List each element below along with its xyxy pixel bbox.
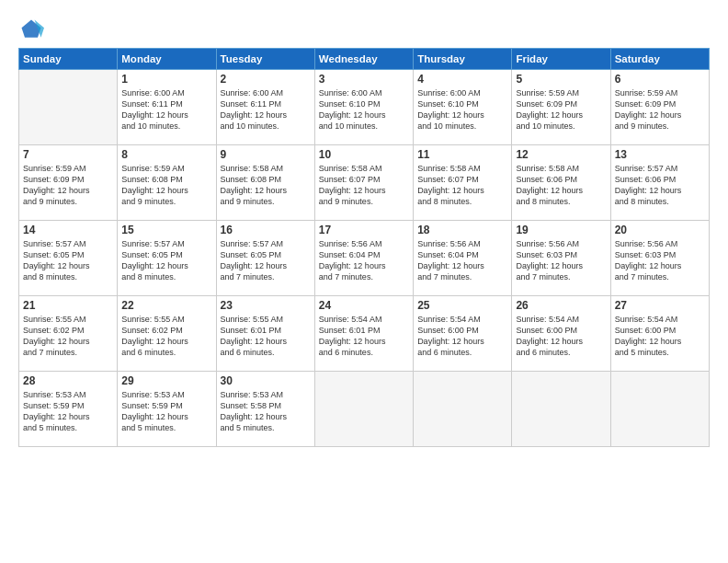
- cell-info: Sunrise: 5:57 AMSunset: 6:05 PMDaylight:…: [121, 238, 211, 283]
- cell-info: Sunrise: 5:59 AMSunset: 6:09 PMDaylight:…: [516, 87, 606, 132]
- cell-info: Sunrise: 6:00 AMSunset: 6:11 PMDaylight:…: [221, 87, 311, 132]
- day-number: 13: [615, 148, 705, 161]
- calendar-cell: 9Sunrise: 5:58 AMSunset: 6:08 PMDaylight…: [216, 145, 314, 221]
- calendar-cell: 24Sunrise: 5:54 AMSunset: 6:01 PMDayligh…: [314, 296, 413, 372]
- cell-info: Sunrise: 5:59 AMSunset: 6:09 PMDaylight:…: [23, 163, 113, 208]
- calendar-cell: 20Sunrise: 5:56 AMSunset: 6:03 PMDayligh…: [610, 221, 709, 296]
- cell-info: Sunrise: 5:56 AMSunset: 6:04 PMDaylight:…: [319, 238, 409, 283]
- cell-info: Sunrise: 5:55 AMSunset: 6:02 PMDaylight:…: [23, 314, 113, 359]
- day-number: 3: [319, 73, 409, 86]
- calendar-cell: [19, 70, 118, 145]
- day-number: 28: [23, 374, 113, 387]
- day-number: 26: [516, 299, 606, 312]
- day-number: 23: [221, 299, 311, 312]
- cell-info: Sunrise: 5:58 AMSunset: 6:07 PMDaylight:…: [417, 163, 507, 208]
- day-header-saturday: Saturday: [610, 49, 709, 70]
- cell-info: Sunrise: 5:56 AMSunset: 6:03 PMDaylight:…: [516, 238, 606, 283]
- cell-info: Sunrise: 5:54 AMSunset: 6:00 PMDaylight:…: [417, 314, 507, 359]
- day-number: 2: [221, 73, 311, 86]
- cell-info: Sunrise: 5:56 AMSunset: 6:04 PMDaylight:…: [417, 238, 507, 283]
- calendar-cell: 8Sunrise: 5:59 AMSunset: 6:08 PMDaylight…: [118, 145, 216, 221]
- day-header-friday: Friday: [512, 49, 610, 70]
- day-number: 8: [121, 148, 211, 161]
- day-number: 10: [319, 148, 409, 161]
- cell-info: Sunrise: 6:00 AMSunset: 6:10 PMDaylight:…: [417, 87, 507, 132]
- calendar-table: SundayMondayTuesdayWednesdayThursdayFrid…: [18, 48, 710, 447]
- cell-info: Sunrise: 5:55 AMSunset: 6:02 PMDaylight:…: [121, 314, 211, 359]
- day-header-sunday: Sunday: [19, 49, 118, 70]
- page: SundayMondayTuesdayWednesdayThursdayFrid…: [0, 0, 728, 563]
- day-number: 7: [23, 148, 113, 161]
- calendar-cell: 10Sunrise: 5:58 AMSunset: 6:07 PMDayligh…: [314, 145, 413, 221]
- cell-info: Sunrise: 5:53 AMSunset: 5:58 PMDaylight:…: [221, 389, 311, 434]
- calendar-week-row: 14Sunrise: 5:57 AMSunset: 6:05 PMDayligh…: [19, 221, 710, 296]
- day-number: 21: [23, 299, 113, 312]
- calendar-cell: 16Sunrise: 5:57 AMSunset: 6:05 PMDayligh…: [216, 221, 314, 296]
- day-number: 19: [516, 224, 606, 236]
- calendar-cell: 12Sunrise: 5:58 AMSunset: 6:06 PMDayligh…: [512, 145, 610, 221]
- day-number: 9: [221, 148, 311, 161]
- cell-info: Sunrise: 5:59 AMSunset: 6:09 PMDaylight:…: [615, 87, 705, 132]
- cell-info: Sunrise: 5:55 AMSunset: 6:01 PMDaylight:…: [221, 314, 311, 359]
- calendar-cell: 19Sunrise: 5:56 AMSunset: 6:03 PMDayligh…: [512, 221, 610, 296]
- calendar-cell: [512, 372, 610, 447]
- cell-info: Sunrise: 5:54 AMSunset: 6:00 PMDaylight:…: [615, 314, 705, 359]
- calendar-cell: 22Sunrise: 5:55 AMSunset: 6:02 PMDayligh…: [118, 296, 216, 372]
- day-number: 20: [615, 224, 705, 236]
- day-number: 25: [417, 299, 507, 312]
- calendar-week-row: 21Sunrise: 5:55 AMSunset: 6:02 PMDayligh…: [19, 296, 710, 372]
- cell-info: Sunrise: 5:57 AMSunset: 6:06 PMDaylight:…: [615, 163, 705, 208]
- calendar-cell: [414, 372, 512, 447]
- calendar-cell: 23Sunrise: 5:55 AMSunset: 6:01 PMDayligh…: [216, 296, 314, 372]
- calendar-cell: 28Sunrise: 5:53 AMSunset: 5:59 PMDayligh…: [19, 372, 118, 447]
- day-number: 29: [121, 374, 211, 387]
- calendar-cell: 2Sunrise: 6:00 AMSunset: 6:11 PMDaylight…: [216, 70, 314, 145]
- day-header-thursday: Thursday: [414, 49, 512, 70]
- cell-info: Sunrise: 5:53 AMSunset: 5:59 PMDaylight:…: [23, 389, 113, 434]
- day-number: 4: [417, 73, 507, 86]
- calendar-cell: 17Sunrise: 5:56 AMSunset: 6:04 PMDayligh…: [314, 221, 413, 296]
- calendar-cell: 14Sunrise: 5:57 AMSunset: 6:05 PMDayligh…: [19, 221, 118, 296]
- day-number: 27: [615, 299, 705, 312]
- cell-info: Sunrise: 6:00 AMSunset: 6:10 PMDaylight:…: [319, 87, 409, 132]
- day-number: 17: [319, 224, 409, 236]
- day-number: 6: [615, 73, 705, 86]
- cell-info: Sunrise: 5:57 AMSunset: 6:05 PMDaylight:…: [221, 238, 311, 283]
- cell-info: Sunrise: 5:58 AMSunset: 6:06 PMDaylight:…: [516, 163, 606, 208]
- calendar-week-row: 28Sunrise: 5:53 AMSunset: 5:59 PMDayligh…: [19, 372, 710, 447]
- day-number: 11: [417, 148, 507, 161]
- cell-info: Sunrise: 5:57 AMSunset: 6:05 PMDaylight:…: [23, 238, 113, 283]
- cell-info: Sunrise: 5:54 AMSunset: 6:01 PMDaylight:…: [319, 314, 409, 359]
- calendar-cell: 27Sunrise: 5:54 AMSunset: 6:00 PMDayligh…: [610, 296, 709, 372]
- calendar-cell: 6Sunrise: 5:59 AMSunset: 6:09 PMDaylight…: [610, 70, 709, 145]
- calendar-cell: 26Sunrise: 5:54 AMSunset: 6:00 PMDayligh…: [512, 296, 610, 372]
- cell-info: Sunrise: 5:56 AMSunset: 6:03 PMDaylight:…: [615, 238, 705, 283]
- day-number: 30: [221, 374, 311, 387]
- calendar-header-row: SundayMondayTuesdayWednesdayThursdayFrid…: [19, 49, 710, 70]
- day-header-monday: Monday: [118, 49, 216, 70]
- calendar-cell: 11Sunrise: 5:58 AMSunset: 6:07 PMDayligh…: [414, 145, 512, 221]
- calendar-cell: 1Sunrise: 6:00 AMSunset: 6:11 PMDaylight…: [118, 70, 216, 145]
- calendar-cell: 4Sunrise: 6:00 AMSunset: 6:10 PMDaylight…: [414, 70, 512, 145]
- calendar-cell: 18Sunrise: 5:56 AMSunset: 6:04 PMDayligh…: [414, 221, 512, 296]
- calendar-cell: 30Sunrise: 5:53 AMSunset: 5:58 PMDayligh…: [216, 372, 314, 447]
- calendar-cell: 13Sunrise: 5:57 AMSunset: 6:06 PMDayligh…: [610, 145, 709, 221]
- day-number: 5: [516, 73, 606, 86]
- day-number: 24: [319, 299, 409, 312]
- calendar-cell: 29Sunrise: 5:53 AMSunset: 5:59 PMDayligh…: [118, 372, 216, 447]
- logo: [18, 17, 48, 42]
- cell-info: Sunrise: 5:54 AMSunset: 6:00 PMDaylight:…: [516, 314, 606, 359]
- calendar-cell: 3Sunrise: 6:00 AMSunset: 6:10 PMDaylight…: [314, 70, 413, 145]
- header: [18, 17, 710, 42]
- cell-info: Sunrise: 5:53 AMSunset: 5:59 PMDaylight:…: [121, 389, 211, 434]
- day-header-tuesday: Tuesday: [216, 49, 314, 70]
- calendar-cell: 5Sunrise: 5:59 AMSunset: 6:09 PMDaylight…: [512, 70, 610, 145]
- day-number: 1: [121, 73, 211, 86]
- day-number: 12: [516, 148, 606, 161]
- cell-info: Sunrise: 5:58 AMSunset: 6:08 PMDaylight:…: [221, 163, 311, 208]
- day-header-wednesday: Wednesday: [314, 49, 413, 70]
- logo-icon: [18, 17, 44, 42]
- day-number: 14: [23, 224, 113, 236]
- day-number: 16: [221, 224, 311, 236]
- calendar-cell: [314, 372, 413, 447]
